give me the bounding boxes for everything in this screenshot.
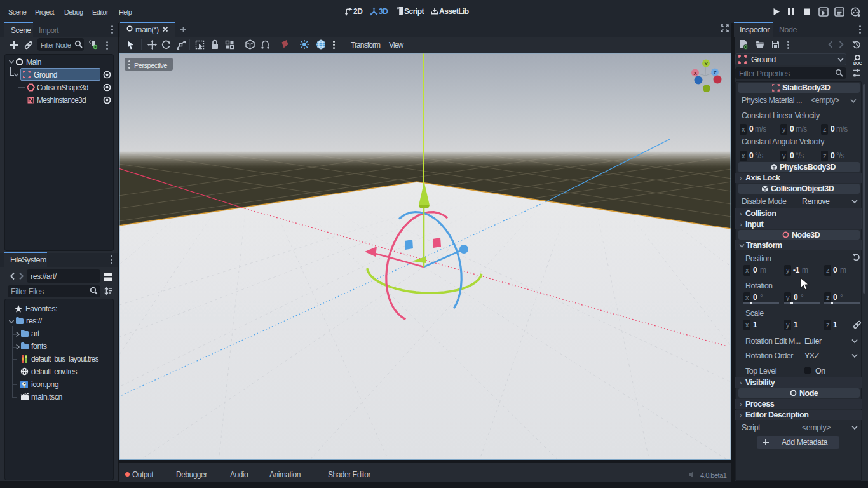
svg-text:DOC: DOC xyxy=(853,61,862,65)
svg-text:Z: Z xyxy=(714,70,717,76)
